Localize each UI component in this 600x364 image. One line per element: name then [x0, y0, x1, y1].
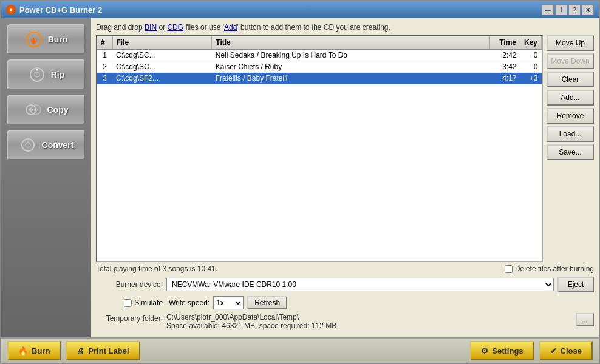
settings-label: Settings: [492, 346, 523, 356]
close-checkmark-icon: ✔: [550, 346, 557, 356]
print-label-text: Print Label: [88, 346, 129, 356]
temp-folder-path: C:\Users\piotr_000\AppData\Local\Temp\: [166, 313, 572, 322]
svg-point-3: [36, 74, 38, 76]
cdg-link: CDG: [167, 23, 183, 32]
move-down-button[interactable]: Move Down: [547, 53, 594, 69]
bottom-toolbar: 🔥 Burn 🖨 Print Label ⚙ Settings ✔ Close: [1, 337, 599, 363]
bottom-area: Total playing time of 3 songs is 10:41. …: [96, 265, 594, 332]
close-window-button[interactable]: ✕: [582, 4, 594, 15]
move-up-button[interactable]: Move Up: [547, 35, 594, 51]
save-button[interactable]: Save...: [547, 144, 594, 160]
total-time-text: Total playing time of 3 songs is 10:41.: [96, 265, 217, 273]
burner-row: Burner device: NECVMWar VMware IDE CDR10…: [96, 277, 594, 292]
sidebar-item-copy[interactable]: Copy: [7, 95, 86, 125]
eject-button[interactable]: Eject: [557, 277, 594, 292]
convert-label: Convert: [42, 140, 74, 150]
write-speed-wrap: Write speed: 1x Refresh: [169, 296, 287, 309]
title-bar: ● Power CD+G Burner 2 — i ? ✕: [1, 1, 599, 18]
write-speed-select[interactable]: 1x: [213, 296, 244, 309]
table-row[interactable]: 1 C:\cdg\SC... Neil Sedaka / Breaking Up…: [97, 49, 542, 61]
table-row[interactable]: 3 C:\cdg\SF2... Fratellis / Baby Fratell…: [97, 73, 542, 84]
print-icon: 🖨: [77, 346, 84, 356]
simulate-label-wrap: Simulate: [96, 298, 163, 307]
delete-files-label: Delete files after burning: [515, 265, 594, 273]
temp-folder-label: Temporary folder:: [96, 313, 163, 323]
convert-icon: [19, 136, 37, 154]
row-title: Fratellis / Baby Fratelli: [212, 73, 490, 84]
col-time[interactable]: Time: [489, 36, 520, 49]
row-num: 3: [97, 73, 112, 84]
simulate-text: Simulate: [134, 298, 163, 307]
title-buttons: — i ? ✕: [542, 4, 594, 15]
main-content: Burn Rip: [1, 18, 599, 337]
burn-toolbar-label: Burn: [32, 346, 50, 356]
help-button[interactable]: ?: [568, 4, 581, 15]
info-button[interactable]: i: [555, 4, 567, 15]
window-title: Power CD+G Burner 2: [19, 5, 102, 15]
settings-icon: ⚙: [481, 346, 488, 356]
row-file: C:\cdg\SC...: [112, 61, 212, 73]
row-time: 3:42: [489, 61, 520, 73]
burner-select[interactable]: NECVMWar VMware IDE CDR10 1.00: [166, 278, 554, 291]
col-file[interactable]: File: [112, 36, 212, 49]
add-button[interactable]: Add...: [547, 90, 594, 106]
temp-folder-info: C:\Users\piotr_000\AppData\Local\Temp\ S…: [166, 313, 572, 330]
delete-files-check: Delete files after burning: [505, 265, 594, 273]
track-table: # File Title Time Key 1 C:\cdg\SC... Nei…: [97, 36, 542, 84]
svg-point-10: [22, 139, 34, 151]
burn-toolbar-button[interactable]: 🔥 Burn: [7, 341, 61, 360]
right-panel: Drag and drop BIN or CDG files or use 'A…: [91, 18, 599, 337]
print-label-button[interactable]: 🖨 Print Label: [66, 341, 140, 360]
simulate-row: Simulate Write speed: 1x Refresh: [96, 296, 594, 309]
svg-point-5: [36, 69, 38, 71]
col-key[interactable]: Key: [520, 36, 541, 49]
sidebar-item-rip[interactable]: Rip: [7, 59, 86, 90]
burn-toolbar-icon: 🔥: [18, 346, 28, 356]
space-info: Space available: 46321 MB, space require…: [166, 322, 572, 330]
burner-label: Burner device:: [96, 280, 163, 289]
burn-icon: [25, 30, 43, 49]
clear-button[interactable]: Clear: [547, 72, 594, 87]
rip-icon: [28, 66, 46, 84]
row-time: 2:42: [489, 49, 520, 61]
title-bar-left: ● Power CD+G Burner 2: [6, 5, 102, 15]
col-title[interactable]: Title: [212, 36, 490, 49]
track-area: # File Title Time Key 1 C:\cdg\SC... Nei…: [96, 35, 594, 262]
close-button[interactable]: ✔ Close: [539, 341, 593, 360]
sidebar-item-burn[interactable]: Burn: [7, 24, 86, 55]
copy-icon: [24, 101, 43, 119]
burn-label: Burn: [48, 35, 68, 44]
col-num[interactable]: #: [97, 36, 112, 49]
temp-folder-row: Temporary folder: C:\Users\piotr_000\App…: [96, 313, 594, 330]
row-title: Neil Sedaka / Breaking Up Is Hard To Do: [212, 49, 490, 61]
row-title: Kaiser Chiefs / Ruby: [212, 61, 490, 73]
load-button[interactable]: Load...: [547, 126, 594, 142]
instruction-text: Drag and drop BIN or CDG files or use 'A…: [96, 23, 594, 32]
sidebar-item-convert[interactable]: Convert: [7, 130, 86, 160]
browse-temp-folder-button[interactable]: ...: [576, 313, 594, 326]
remove-button[interactable]: Remove: [547, 108, 594, 124]
simulate-checkbox[interactable]: [124, 299, 132, 307]
row-file: C:\cdg\SC...: [112, 49, 212, 61]
bin-link: BIN: [145, 23, 157, 32]
row-file: C:\cdg\SF2...: [112, 73, 212, 84]
row-key: 0: [520, 49, 541, 61]
minimize-button[interactable]: —: [542, 4, 554, 15]
row-num: 1: [97, 49, 112, 61]
row-num: 2: [97, 61, 112, 73]
app-icon: ●: [6, 5, 16, 15]
add-link: Add: [224, 23, 237, 32]
track-buttons-panel: Move Up Move Down Clear Add... Remove Lo…: [547, 35, 594, 262]
table-row[interactable]: 2 C:\cdg\SC... Kaiser Chiefs / Ruby 3:42…: [97, 61, 542, 73]
rip-label: Rip: [51, 70, 65, 79]
refresh-button[interactable]: Refresh: [247, 296, 287, 309]
track-list-container: # File Title Time Key 1 C:\cdg\SC... Nei…: [96, 35, 543, 262]
write-speed-label: Write speed:: [169, 298, 210, 307]
delete-files-checkbox[interactable]: [505, 265, 513, 273]
row-key: +3: [520, 73, 541, 84]
row-key: 0: [520, 61, 541, 73]
copy-label: Copy: [47, 105, 69, 115]
settings-button[interactable]: ⚙ Settings: [470, 341, 534, 360]
simulate-check-label: Simulate: [124, 298, 163, 307]
main-window: ● Power CD+G Burner 2 — i ? ✕ Burn: [0, 0, 600, 364]
